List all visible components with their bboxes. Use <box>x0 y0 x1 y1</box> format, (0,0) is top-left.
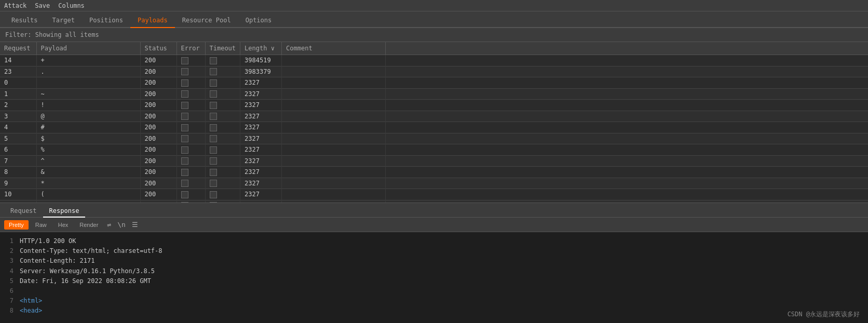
cell-extra <box>386 178 868 189</box>
cell-status: 200 <box>140 133 177 144</box>
cell-comment <box>282 88 386 100</box>
table-row[interactable]: 7^2002327 <box>0 155 868 167</box>
cell-length: 3983379 <box>240 66 282 77</box>
table-row[interactable]: 5$2002327 <box>0 133 868 144</box>
cell-error <box>177 88 205 100</box>
cell-error <box>177 111 205 122</box>
cell-extra <box>386 88 868 100</box>
tab-payloads[interactable]: Payloads <box>130 14 175 28</box>
format-hex[interactable]: Hex <box>53 220 73 230</box>
cell-request: 6 <box>0 144 36 156</box>
code-area[interactable]: 1HTTP/1.0 200 OK2Content-Type: text/html… <box>0 232 868 323</box>
cell-extra <box>386 100 868 111</box>
code-line: 6 <box>5 286 863 296</box>
menu-save[interactable]: Save <box>35 2 50 9</box>
cell-timeout <box>205 133 240 144</box>
table-row[interactable]: 02002327 <box>0 77 868 89</box>
col-error[interactable]: Error <box>177 42 205 55</box>
cell-payload: @ <box>36 111 140 122</box>
format-pretty[interactable]: Pretty <box>4 220 29 230</box>
table-row[interactable]: 10(2002327 <box>0 189 868 200</box>
cell-error <box>177 55 205 66</box>
cell-payload: % <box>36 144 140 156</box>
sub-tabs: Request Response <box>0 203 868 218</box>
cell-timeout <box>205 111 240 122</box>
cell-error <box>177 77 205 89</box>
cell-comment <box>282 189 386 200</box>
watermark: CSDN @永远是深夜该多好 <box>788 310 860 319</box>
menu-attack[interactable]: Attack <box>4 2 26 9</box>
tab-results[interactable]: Results <box>4 14 45 28</box>
cell-length: 2327 <box>240 77 282 89</box>
sub-tab-request[interactable]: Request <box>4 205 43 218</box>
sub-tab-response[interactable]: Response <box>43 205 86 218</box>
menu-icon[interactable]: ☰ <box>130 220 140 230</box>
bottom-panel: Request Response Pretty Raw Hex Render ⇌… <box>0 203 868 323</box>
table-row[interactable]: 4#2002327 <box>0 122 868 133</box>
line-content: Date: Fri, 16 Sep 2022 08:08:26 GMT <box>20 276 151 286</box>
cell-error <box>177 133 205 144</box>
menu-bar: Attack Save Columns <box>0 0 868 11</box>
filter-text: Filter: Showing all items <box>5 31 99 38</box>
cell-length: 2327 <box>240 178 282 189</box>
col-extra <box>386 42 868 55</box>
cell-comment <box>282 155 386 167</box>
table-row[interactable]: 2!2002327 <box>0 100 868 111</box>
cell-timeout <box>205 189 240 200</box>
line-content: <html> <box>20 296 42 306</box>
cell-length: 2327 <box>240 100 282 111</box>
cell-comment <box>282 167 386 178</box>
cell-error <box>177 178 205 189</box>
cell-comment <box>282 55 386 66</box>
cell-request: 8 <box>0 167 36 178</box>
cell-comment <box>282 133 386 144</box>
tab-target[interactable]: Target <box>45 14 82 28</box>
col-comment[interactable]: Comment <box>282 42 386 55</box>
tab-options[interactable]: Options <box>238 14 279 28</box>
col-status[interactable]: Status <box>140 42 177 55</box>
line-number: 3 <box>5 256 13 266</box>
cell-payload: # <box>36 122 140 133</box>
line-number: 6 <box>5 286 13 296</box>
cell-status: 200 <box>140 167 177 178</box>
table-row[interactable]: 14+2003984519 <box>0 55 868 66</box>
table-row[interactable]: 1~2002327 <box>0 88 868 100</box>
table-row[interactable]: 3@2002327 <box>0 111 868 122</box>
cell-error <box>177 100 205 111</box>
cell-status: 200 <box>140 66 177 77</box>
format-render[interactable]: Render <box>75 220 103 230</box>
results-table-container[interactable]: Request Payload Status Error Timeout Len… <box>0 42 868 203</box>
table-row[interactable]: 23.2003983379 <box>0 66 868 77</box>
table-row[interactable]: 9*2002327 <box>0 178 868 189</box>
line-content: Content-Type: text/html; charset=utf-8 <box>20 246 162 256</box>
cell-error <box>177 122 205 133</box>
menu-columns[interactable]: Columns <box>58 2 85 9</box>
auto-scroll-icon[interactable]: ⇌ <box>105 220 113 230</box>
cell-request: 4 <box>0 122 36 133</box>
cell-comment <box>282 77 386 89</box>
col-timeout[interactable]: Timeout <box>205 42 240 55</box>
tab-positions[interactable]: Positions <box>82 14 130 28</box>
cell-request: 7 <box>0 155 36 167</box>
format-raw[interactable]: Raw <box>31 220 51 230</box>
code-line: 7<html> <box>5 296 863 306</box>
tab-resource-pool[interactable]: Resource Pool <box>175 14 238 28</box>
cell-timeout <box>205 88 240 100</box>
table-row[interactable]: 8&2002327 <box>0 167 868 178</box>
cell-comment <box>282 100 386 111</box>
cell-length: 2327 <box>240 111 282 122</box>
newline-icon[interactable]: \n <box>115 220 128 230</box>
col-payload[interactable]: Payload <box>36 42 140 55</box>
cell-request: 1 <box>0 88 36 100</box>
cell-status: 200 <box>140 88 177 100</box>
cell-error <box>177 189 205 200</box>
cell-extra <box>386 77 868 89</box>
col-length[interactable]: Length <box>240 42 282 55</box>
cell-extra <box>386 55 868 66</box>
cell-status: 200 <box>140 100 177 111</box>
table-row[interactable]: 6%2002327 <box>0 144 868 156</box>
cell-status: 200 <box>140 178 177 189</box>
cell-extra <box>386 133 868 144</box>
col-request[interactable]: Request <box>0 42 36 55</box>
cell-payload: & <box>36 167 140 178</box>
